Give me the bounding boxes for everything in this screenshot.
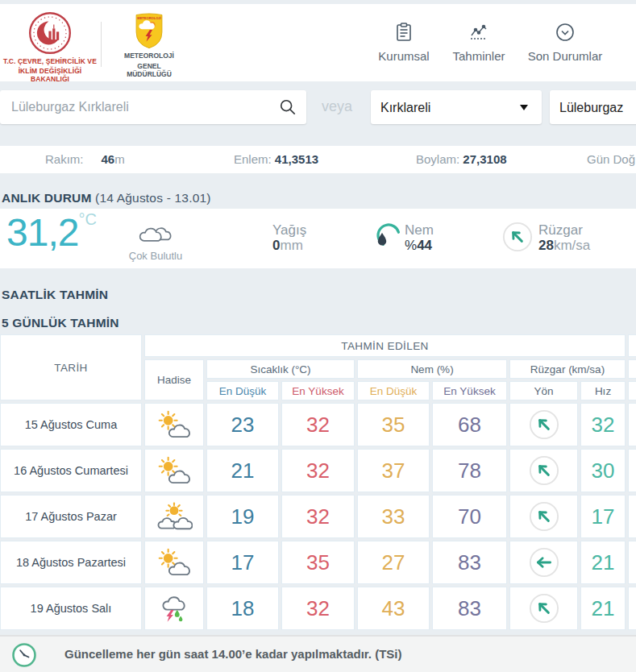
search-icon[interactable]	[279, 98, 297, 116]
nav-item-cutoff[interactable]: Ha	[609, 22, 636, 63]
forecast-date: 16 Ağustos Cumartesi	[0, 449, 142, 492]
top-bar: T.C. ÇEVRE, ŞEHİRCİLİK VE İKLİM DEĞİŞİKL…	[0, 4, 636, 81]
ministry-name-line2: İKLİM DEĞİŞİKLİĞİ BAKANLIĞI	[3, 67, 97, 83]
district-select[interactable]: Lüleburgaz	[550, 90, 636, 124]
wind-speed-value: 32	[580, 403, 626, 446]
col-header-event: Hadise	[144, 359, 204, 400]
humidity-min-value: 27	[357, 541, 430, 584]
wind-speed-value: 21	[580, 541, 626, 584]
update-note-bar: Güncelleme her gün saat 14.00’e kadar ya…	[0, 635, 636, 672]
wind-metric: Rüzgar 28km/sa	[538, 222, 590, 254]
search-row: veya Kırklareli Lüleburgaz	[0, 90, 636, 124]
meteorology-shield-icon: METEOROLOJİ	[135, 12, 164, 49]
current-section-title: ANLIK DURUM (14 Ağustos - 13.01)	[2, 191, 211, 205]
wind-direction-icon	[502, 222, 533, 252]
ministry-logo[interactable]: T.C. ÇEVRE, ŞEHİRCİLİK VE İKLİM DEĞİŞİKL…	[3, 10, 97, 83]
clipboard-icon	[393, 22, 414, 43]
province-select[interactable]: Kırklareli	[371, 90, 542, 124]
col-header-wind-speed: Hız	[580, 381, 626, 400]
met-name-line2: GENEL MÜDÜRLÜĞÜ	[118, 62, 180, 78]
humidity-max-value: 70	[432, 495, 507, 538]
forecast-date: 17 Ağustos Pazar	[0, 495, 142, 538]
temp-max-value: 32	[281, 403, 355, 446]
cloudy-icon	[135, 220, 176, 244]
col-header-wind: Rüzgar (km/sa)	[509, 359, 626, 379]
or-label: veya	[322, 98, 352, 115]
temp-min-value: 21	[206, 449, 279, 492]
col-header-hum-max: En Yüksek	[432, 381, 507, 400]
nav-label: Kurumsal	[378, 49, 429, 63]
meteorology-logo[interactable]: METEOROLOJİ METEOROLOJİ GENEL MÜDÜRLÜĞÜ	[118, 12, 180, 78]
col-header-humidity: Nem (%)	[357, 359, 507, 379]
col-header-wind-dir: Yön	[509, 381, 578, 400]
forecast-chart-icon	[468, 22, 489, 43]
weather-condition-icon	[144, 403, 204, 446]
humidity-max-value: 83	[432, 587, 507, 630]
forecast-table: TARİH TAHMİN EDİLEN Hadise Sıcaklık (°C)…	[0, 334, 636, 630]
ministry-name-line1: T.C. ÇEVRE, ŞEHİRCİLİK VE	[3, 57, 97, 65]
search-box	[0, 90, 306, 124]
weather-page: T.C. ÇEVRE, ŞEHİRCİLİK VE İKLİM DEĞİŞİKL…	[0, 0, 636, 672]
weather-condition-icon	[144, 541, 204, 584]
col-header-hum-min: En Düşük	[357, 381, 430, 400]
temp-max-value: 32	[281, 495, 355, 538]
longitude-info: Boylam: 27,3108	[416, 152, 507, 166]
nav-item-son-durumlar[interactable]: Son Durumlar	[526, 22, 604, 63]
weather-condition-icon	[144, 449, 204, 492]
col-header-cutoff	[628, 359, 636, 379]
row-cutoff-cell	[628, 403, 636, 446]
met-name-line1: METEOROLOJİ	[118, 52, 180, 60]
humidity-min-value: 33	[357, 495, 430, 538]
temp-min-value: 17	[206, 541, 279, 584]
search-input[interactable]	[11, 90, 269, 124]
nav-label: Tahminler	[452, 49, 505, 63]
wind-speed-value: 21	[580, 587, 626, 630]
forecast-date: 15 Ağustos Cuma	[0, 403, 142, 446]
precipitation-metric: Yağış 0mm	[272, 222, 306, 254]
condition-label: Çok Bulutlu	[121, 250, 190, 262]
humidity-min-value: 43	[357, 587, 430, 630]
clock-icon	[11, 642, 37, 668]
col-header-temp-max: En Yüksek	[281, 381, 355, 400]
wind-direction-icon	[509, 541, 578, 584]
temp-max-value: 35	[281, 541, 355, 584]
temp-min-value: 19	[206, 495, 279, 538]
logo-divider	[101, 22, 102, 67]
row-cutoff-cell	[628, 541, 636, 584]
wind-direction-icon	[509, 587, 578, 630]
nav-item-tahminler[interactable]: Tahminler	[440, 22, 518, 63]
temp-min-value: 18	[206, 587, 279, 630]
latitude-info: Enlem: 41,3513	[234, 152, 318, 166]
weather-condition-icon	[144, 587, 204, 630]
col-header-temp-min: En Düşük	[206, 381, 279, 400]
humidity-metric: Nem %44	[405, 222, 434, 254]
col-header-predicted: TAHMİN EDİLEN	[144, 334, 626, 357]
row-cutoff-cell	[628, 449, 636, 492]
row-cutoff-cell	[628, 587, 636, 630]
current-condition: Çok Bulutlu	[121, 220, 190, 262]
daily-forecast-title[interactable]: 5 GÜNLÜK TAHMİN	[2, 316, 119, 330]
col-header-cutoff	[628, 381, 636, 400]
col-header-temperature: Sıcaklık (°C)	[206, 359, 355, 379]
col-header-date: TARİH	[0, 334, 142, 400]
humidity-max-value: 78	[432, 449, 507, 492]
humidity-max-value: 83	[432, 541, 507, 584]
ministry-emblem-icon	[27, 10, 73, 56]
nav-item-kurumsal[interactable]: Kurumsal	[365, 22, 443, 63]
humidity-min-value: 35	[357, 403, 430, 446]
forecast-date: 18 Ağustos Pazartesi	[0, 541, 142, 584]
humidity-droplet-icon	[374, 222, 401, 251]
forecast-date: 19 Ağustos Salı	[0, 587, 142, 630]
wind-direction-icon	[509, 449, 578, 492]
sunrise-info: Gün Doğ	[587, 152, 635, 166]
temp-max-value: 32	[281, 587, 355, 630]
circle-chevron-down-icon	[555, 22, 576, 43]
current-conditions-card: 31,2°C Çok Bulutlu Yağış 0mm Nem %44 Rüz…	[0, 209, 636, 268]
hourly-forecast-title[interactable]: SAATLİK TAHMİN	[2, 288, 108, 302]
col-header-cutoff	[628, 334, 636, 357]
temp-min-value: 23	[206, 403, 279, 446]
humidity-max-value: 68	[432, 403, 507, 446]
update-note: Güncelleme her gün saat 14.00’e kadar ya…	[64, 647, 402, 661]
humidity-min-value: 37	[357, 449, 430, 492]
wind-speed-value: 17	[580, 495, 626, 538]
